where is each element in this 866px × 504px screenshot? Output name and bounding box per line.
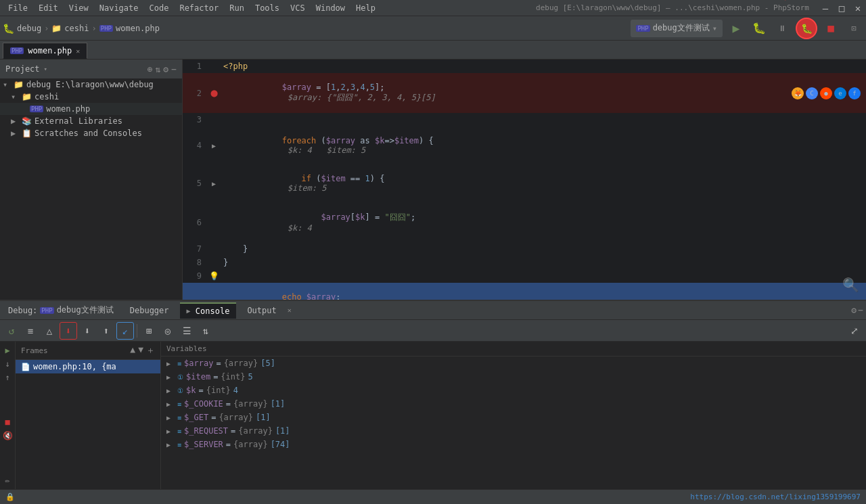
var-get[interactable]: ▶ ≡ $_GET = {array} [1] (161, 411, 866, 424)
tab-output-close[interactable]: ✕ (288, 306, 292, 314)
tab-women-php[interactable]: PHP women.php ✕ (3, 43, 87, 59)
project-sidebar: Project ▾ ⊕ ⇅ ⚙ − ▾ 📁 debug E:\laragon\w… (0, 60, 183, 300)
tree-women-php[interactable]: PHP women.php (0, 103, 182, 115)
browser-icon-fb[interactable]: f (848, 87, 861, 99)
frame-add-btn[interactable]: ＋ (146, 344, 155, 357)
step-out-icon[interactable]: ↑ (1, 371, 14, 384)
layout-button[interactable]: ⊡ (844, 19, 863, 38)
status-bar: 🔒 https://blog.csdn.net/lixing1359199697 (0, 489, 866, 504)
menu-view[interactable]: View (64, 2, 94, 14)
breakpoint-2[interactable]: ⬤ (210, 89, 218, 97)
browser-icon-3[interactable]: ● (820, 87, 832, 99)
tab-close-button[interactable]: ✕ (76, 47, 80, 55)
frame-up-btn[interactable]: ▲ (130, 344, 135, 357)
menu-help[interactable]: Help (350, 2, 381, 14)
debug-config-dropdown[interactable]: PHP debug文件测试 ▾ (631, 20, 723, 37)
code-line-3: 3 (183, 113, 866, 127)
debug-up-btn[interactable]: △ (41, 322, 58, 340)
window-maximize[interactable]: □ (836, 3, 847, 14)
menu-vcs[interactable]: VCS (285, 2, 311, 14)
step-into-icon[interactable]: ↓ (1, 358, 14, 370)
code-line-6: 6 $array[$k] = "囧囧"; $k: 4 (183, 202, 866, 242)
debug-expand-btn[interactable]: ⤢ (846, 322, 863, 340)
main-toolbar: 🐛 debug › 📁 ceshi › PHP women.php PHP de… (0, 16, 866, 41)
var-request[interactable]: ▶ ≡ $_REQUEST = {array} [1] (161, 424, 866, 438)
var-array[interactable]: ▶ ≡ $array = {array} [5] (161, 357, 866, 370)
sidebar-sort-icon[interactable]: ⇅ (156, 64, 161, 74)
selected-frame-item[interactable]: 📄 women.php:10, {ma (16, 360, 160, 373)
menu-refactor[interactable]: Refactor (174, 2, 224, 14)
var-cookie[interactable]: ▶ ≡ $_COOKIE = {array} [1] (161, 397, 866, 411)
run-button[interactable]: ▶ (727, 19, 746, 38)
beetle-button[interactable]: 🐛 (796, 18, 817, 39)
breakpoint-10[interactable]: ⬤ (210, 299, 218, 300)
browser-icon-ie[interactable]: e (834, 87, 846, 99)
debug-table-btn[interactable]: ⊞ (140, 322, 158, 340)
var-item-var[interactable]: ▶ ① $item = {int} 5 (161, 370, 866, 384)
var-k[interactable]: ▶ ① $k = {int} 4 (161, 384, 866, 397)
menu-navigate[interactable]: Navigate (94, 2, 144, 14)
mute-icon[interactable]: 🔇 (1, 430, 14, 442)
variables-panel: Variables ▶ ≡ $array = {array} [5] ▶ ① $… (161, 342, 866, 489)
debug-restart-btn[interactable]: ↺ (3, 322, 20, 340)
editor-tab-bar: PHP women.php ✕ (0, 41, 866, 60)
debug-cursor-btn[interactable]: ↙ (116, 322, 134, 340)
sidebar-collapse-icon[interactable]: − (171, 64, 177, 74)
debug-download-btn[interactable]: ⬇ (60, 322, 77, 340)
tab-output[interactable]: Output (240, 302, 283, 319)
browser-icon-ff[interactable]: 🦊 (792, 87, 804, 99)
frame-label: women.php:10, {ma (33, 362, 116, 371)
frame-icon: 📄 (21, 363, 30, 371)
browser-icons-row: 🦊 C ● e f (792, 87, 866, 99)
menu-edit[interactable]: Edit (33, 2, 64, 14)
tab-debugger[interactable]: Debugger (123, 302, 176, 319)
status-lock-icon: 🔒 (5, 492, 15, 501)
editor-container: 1 <?php 2 ⬤ $array = [1,2,3,4,5]; $array… (183, 60, 866, 300)
menu-code[interactable]: Code (144, 2, 175, 14)
window-close[interactable]: ✕ (852, 3, 863, 14)
debug-settings-icon[interactable]: ⚙ (851, 305, 857, 315)
edit-icon[interactable]: ✏ (1, 474, 14, 486)
menu-window[interactable]: Window (311, 2, 350, 14)
breadcrumb-ceshi[interactable]: 📁 ceshi (51, 24, 89, 33)
tree-scratches[interactable]: ▶ 📋 Scratches and Consoles (0, 127, 182, 139)
variables-header-label: Variables (166, 344, 207, 353)
sidebar-add-icon[interactable]: ⊕ (147, 64, 153, 74)
code-line-10: 10 ⬤ echo $array; $array: {"囧囧", 2, 3, 4… (183, 283, 866, 300)
code-line-9: 9 💡 (183, 269, 866, 283)
code-content: 1 <?php 2 ⬤ $array = [1,2,3,4,5]; $array… (183, 60, 866, 300)
browser-icon-chrome[interactable]: C (806, 87, 818, 99)
debug-bug-button[interactable]: 🐛 (750, 19, 769, 38)
tab-console[interactable]: ▶ Console (180, 302, 237, 319)
code-line-5: 5 ▶ if ($item == 1) { $item: 5 (183, 164, 866, 202)
debug-down-btn[interactable]: ⬇ (78, 322, 96, 340)
tree-root[interactable]: ▾ 📁 debug E:\laragon\www\debug (0, 78, 182, 91)
var-server[interactable]: ▶ ≡ $_SERVER = {array} [74] (161, 438, 866, 451)
debug-label: Debug: PHP debug文件测试 (3, 303, 119, 317)
menu-file[interactable]: File (3, 2, 33, 14)
breadcrumb-file[interactable]: PHP women.php (99, 24, 160, 33)
code-editor[interactable]: 1 <?php 2 ⬤ $array = [1,2,3,4,5]; $array… (183, 60, 866, 300)
frame-down-btn[interactable]: ▼ (138, 344, 143, 357)
stop-debug-icon[interactable]: ■ (1, 416, 14, 428)
menu-tools[interactable]: Tools (250, 2, 285, 14)
debug-target-btn[interactable]: ◎ (159, 322, 177, 340)
debug-minimize-icon[interactable]: − (858, 305, 863, 315)
tree-external-libs[interactable]: ▶ 📚 External Libraries (0, 115, 182, 127)
menu-bar: File Edit View Navigate Code Refactor Ru… (0, 0, 866, 16)
sidebar-gear-icon[interactable]: ⚙ (163, 64, 168, 74)
breadcrumb-debug[interactable]: 🐛 debug (3, 23, 41, 34)
toolbar-btn-3[interactable]: ⏸ (773, 19, 792, 38)
tree-ceshi[interactable]: ▾ 📁 ceshi (0, 91, 182, 103)
debug-list-btn[interactable]: ☰ (178, 322, 196, 340)
menu-run[interactable]: Run (224, 2, 250, 14)
debug-sort-btn[interactable]: ⇅ (197, 322, 214, 340)
debug-up2-btn[interactable]: ⬆ (97, 322, 115, 340)
code-line-2: 2 ⬤ $array = [1,2,3,4,5]; $array: {"囧囧",… (183, 73, 866, 113)
debug-frames-btn[interactable]: ≡ (22, 322, 39, 340)
stop-button[interactable]: ■ (821, 19, 840, 38)
step-over-icon[interactable]: ▶ (1, 344, 14, 357)
code-line-7: 7 } (183, 242, 866, 256)
code-line-1: 1 <?php (183, 60, 866, 73)
window-minimize[interactable]: — (820, 3, 831, 14)
